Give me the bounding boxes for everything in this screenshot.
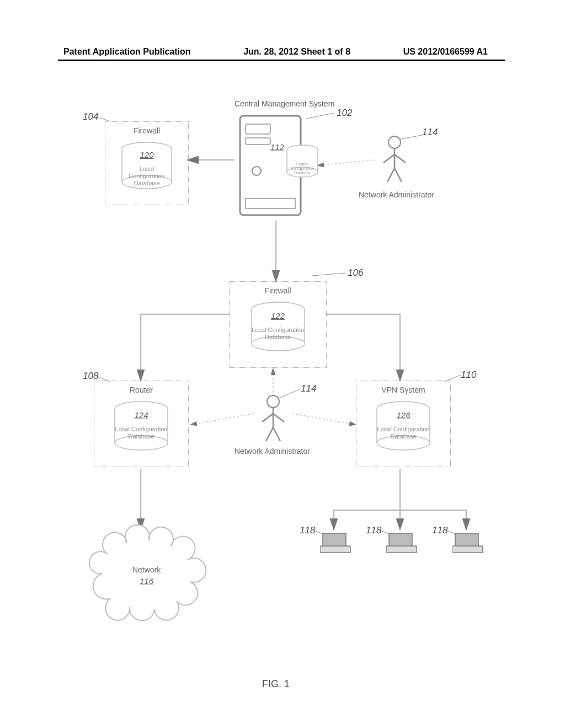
client-pc-icon-1: [320, 531, 353, 555]
router-title: Router: [94, 386, 188, 394]
header-mid: Jun. 28, 2012 Sheet 1 of 8: [243, 47, 350, 57]
vpn-ref: 110: [461, 370, 476, 381]
cms-db-icon: Central Configuration Database: [283, 143, 322, 182]
admin-bottom-label: Network Administrator: [234, 447, 310, 456]
router-ref: 108: [83, 371, 98, 382]
cms-title: Central Management System: [234, 99, 334, 108]
svg-text:Configuration: Configuration: [291, 167, 314, 171]
admin-bottom-ref: 114: [301, 383, 316, 394]
svg-point-36: [388, 136, 401, 148]
client-pc-icon-2: [386, 531, 419, 555]
client-ref-2: 118: [366, 525, 381, 536]
header-rule: [58, 60, 505, 61]
client-ref-3: 118: [432, 525, 447, 536]
vpn-title: VPN System: [356, 386, 450, 394]
vpn-110: VPN System 126 Local Configuration Datab…: [356, 381, 451, 467]
router-108: Router 124 Local Configuration Database: [94, 381, 189, 467]
svg-rect-59: [320, 546, 350, 553]
vpn-dblabel: Local Configuration Database: [377, 426, 430, 440]
svg-rect-61: [386, 546, 417, 553]
admin-top-ref: 114: [422, 127, 438, 138]
fw1-ref: 104: [83, 111, 98, 122]
network-label: Network: [132, 565, 161, 574]
figure-label: FIG. 1: [262, 678, 290, 690]
svg-line-5: [292, 414, 356, 425]
cms-ref: 102: [337, 108, 352, 119]
svg-line-4: [190, 414, 254, 425]
svg-line-2: [317, 160, 375, 165]
fw1-dblabel: Local Configuration Database: [122, 165, 172, 188]
firewall-106: Firewall 122 Local Configuration Databas…: [229, 281, 327, 368]
client-ref-1: 118: [300, 525, 315, 536]
svg-line-16: [312, 273, 345, 276]
fw2-ref: 106: [348, 267, 363, 279]
svg-text:Database: Database: [294, 171, 311, 175]
network-ref: 116: [140, 576, 153, 586]
header-left: Patent Application Publication: [63, 47, 191, 57]
router-dblabel: Local Configuration Database: [115, 426, 168, 440]
diagram-figure-1: Central Management System Central Config…: [58, 94, 505, 656]
header-right: US 2012/0166599 A1: [403, 47, 488, 57]
client-pc-icon-3: [452, 531, 486, 555]
svg-point-57: [267, 395, 279, 408]
fw1-title: Firewall: [105, 126, 188, 135]
svg-line-12: [97, 117, 110, 121]
admin-top-label: Network Administrator: [359, 190, 434, 199]
fw2-dbref: 122: [245, 311, 311, 320]
admin-icon-top: [375, 132, 414, 188]
page-header: Patent Application Publication Jun. 28, …: [0, 47, 565, 57]
cms-db-ref: 112: [270, 142, 284, 152]
fw1-dbref: 120: [116, 150, 177, 159]
firewall-104: Firewall 120 Local Configuration Databas…: [105, 121, 189, 205]
fw2-title: Firewall: [230, 286, 326, 295]
svg-text:Central: Central: [296, 162, 309, 166]
admin-icon-bottom: [254, 392, 292, 447]
router-dbref: 124: [108, 410, 174, 420]
svg-rect-63: [452, 546, 483, 553]
fw2-dblabel: Local Configuration Database: [252, 326, 305, 341]
vpn-dbref: 126: [370, 410, 436, 420]
